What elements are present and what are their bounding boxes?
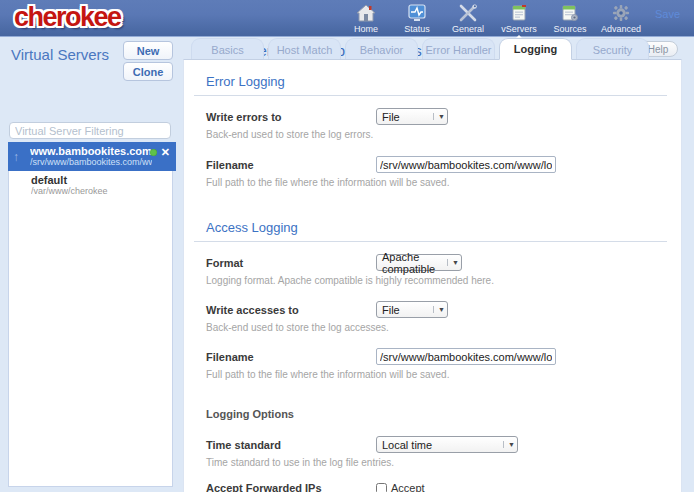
tab-basics[interactable]: Basics [191,38,264,60]
home-icon [356,3,376,23]
virtual-server-filter-input[interactable] [9,122,171,139]
time-standard-select[interactable]: Local time ▼ [376,436,518,453]
nav-label: Advanced [601,24,641,34]
nav-label: General [452,24,484,34]
nav-item-sources[interactable]: Sources [549,3,591,36]
accept-checkbox-wrap: Accept [376,482,425,492]
logging-options-subheading: Logging Options [206,408,667,420]
tab-security[interactable]: Security [576,38,649,60]
delete-server-icon[interactable]: ✕ [161,147,170,158]
cherokee-logo: cherokee [14,2,121,33]
server-list-item-selected[interactable]: ↑ www.bambookites.com /srv/www/bambookit… [8,142,176,171]
accept-forwarded-ips-checkbox[interactable] [376,483,387,492]
write-errors-to-label: Write errors to [206,111,376,123]
top-navigation-bar: cherokee Home Status [0,0,694,37]
select-arrow-icon: ▼ [447,259,459,266]
drag-handle-arrow-icon[interactable]: ↑ [13,150,19,164]
nav-item-vservers[interactable]: vServers [498,3,540,36]
field-description: Back-end used to store the log errors. [206,129,667,140]
tab-behavior[interactable]: Behavior [345,38,418,60]
general-tools-icon [458,3,478,23]
write-errors-to-select[interactable]: File ▼ [376,108,448,125]
server-list-item[interactable]: default /var/www/cherokee [9,171,172,200]
field-description: Back-end used to store the log accesses. [206,322,667,333]
nav-item-home[interactable]: Home [345,3,387,36]
nav-label: Home [354,24,378,34]
nav-label: vServers [501,24,537,34]
server-path: /srv/www/bambookites.com/www/public_htm [30,157,152,167]
select-arrow-icon: ▼ [503,441,515,448]
error-filename-input[interactable] [376,156,556,173]
tab-logging[interactable]: Logging [499,38,572,60]
time-standard-label: Time standard [206,439,376,451]
tab-host-match[interactable]: Host Match [268,38,341,60]
server-path: /var/www/cherokee [31,186,166,196]
sources-icon [560,3,580,23]
advanced-gear-icon [611,3,631,23]
field-description: Full path to the file where the informat… [206,177,667,188]
new-button[interactable]: New [123,41,173,60]
format-select[interactable]: Apache compatible ▼ [376,254,462,271]
logging-tab-content: Error Logging Write errors to File ▼ Bac… [183,59,682,492]
write-accesses-to-select[interactable]: File ▼ [376,301,448,318]
save-button[interactable]: Save [655,8,680,20]
accept-checkbox-label: Accept [391,482,425,492]
status-icon [407,3,427,23]
select-arrow-icon: ▼ [433,306,445,313]
tab-error-handler[interactable]: Error Handler [422,38,495,60]
tab-strip: Basics Host Match Behavior Error Handler… [183,38,682,59]
server-name: default [31,174,166,186]
clone-button[interactable]: Clone [123,62,173,81]
access-logging-heading: Access Logging [206,220,667,235]
access-filename-label: Filename [206,351,376,363]
sidebar-title: Virtual Servers [11,46,109,63]
error-filename-label: Filename [206,159,376,171]
virtual-servers-sidebar: Virtual Servers New Clone ↑ www.bambooki… [0,38,181,492]
server-name: www.bambookites.com [30,145,152,157]
section-divider [194,241,667,242]
section-divider [194,95,667,96]
nav-item-advanced[interactable]: Advanced [600,3,642,36]
format-label: Format [206,257,376,269]
nav-item-general[interactable]: General [447,3,489,36]
nav-item-status[interactable]: Status [396,3,438,36]
nav-label: Sources [553,24,586,34]
access-filename-input[interactable] [376,348,556,365]
virtual-server-list: ↑ www.bambookites.com /srv/www/bambookit… [8,142,173,487]
select-arrow-icon: ▼ [433,113,445,120]
field-description: Time standard to use in the log file ent… [206,457,667,468]
vservers-icon [509,3,529,23]
error-logging-heading: Error Logging [206,74,667,89]
main-nav: Home Status General [345,3,642,36]
field-description: Full path to the file where the informat… [206,369,667,380]
main-panel: Virtual Server: www.bambookites.com Help… [183,38,682,492]
nav-label: Status [404,24,430,34]
write-accesses-to-label: Write accesses to [206,304,376,316]
accept-forwarded-ips-label: Accept Forwarded IPs [206,482,376,492]
server-online-dot-icon [150,149,157,156]
sidebar-header: Virtual Servers New Clone [0,38,181,84]
field-description: Logging format. Apache compatible is hig… [206,275,667,286]
